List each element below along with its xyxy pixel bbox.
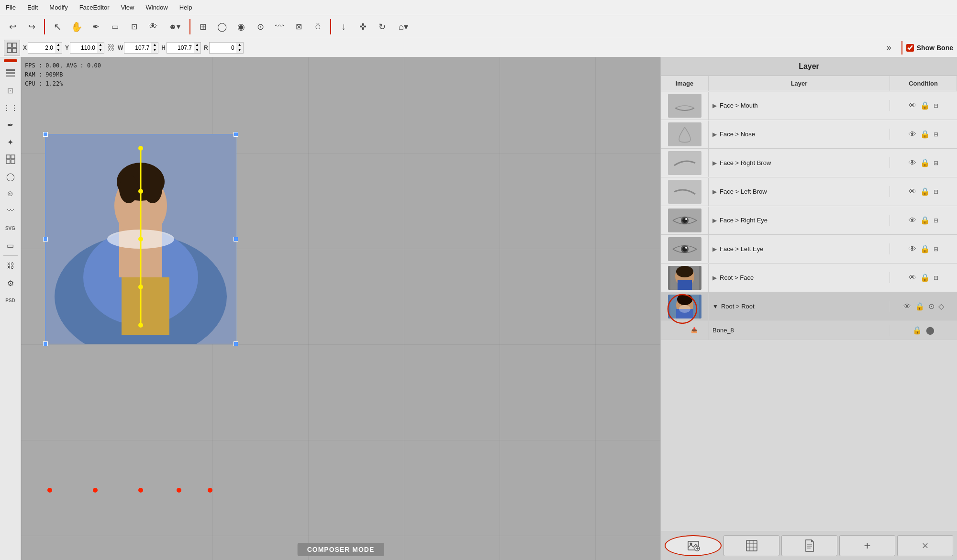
show-bone-label[interactable]: Show Bone — [906, 44, 953, 52]
lock-icon-root-root[interactable]: 🔒 — [915, 302, 924, 311]
eye-icon-root-face[interactable]: 👁 — [909, 274, 916, 282]
grid-icon-left-brow[interactable]: ⊟ — [934, 188, 938, 195]
expand-right-brow[interactable]: ▶ — [712, 160, 717, 166]
eye-icon-right-brow[interactable]: 👁 — [909, 159, 916, 167]
circle-solid-icon-bone[interactable]: ⬤ — [926, 326, 935, 335]
menu-help[interactable]: Help — [178, 3, 194, 12]
select-tool-button[interactable]: ↖ — [49, 18, 66, 35]
expand-left-brow[interactable]: ▶ — [712, 188, 717, 195]
grid-icon-left-eye[interactable]: ⊟ — [934, 246, 938, 253]
pin-button[interactable]: ↓ — [335, 18, 352, 35]
document-button[interactable] — [781, 535, 837, 556]
r-spin-down[interactable]: ▼ — [236, 48, 243, 53]
sidebar-skeleton-button[interactable]: ⛓ — [2, 258, 19, 274]
grid-icon-nose[interactable]: ⊟ — [934, 131, 938, 138]
eraser-tool-button[interactable]: ▭ — [106, 18, 123, 35]
transform-tool-button[interactable]: ⊡ — [125, 18, 143, 35]
sidebar-svg-button[interactable]: SVG — [2, 220, 19, 236]
eye-tool-button[interactable]: 👁 — [145, 18, 162, 35]
home-button[interactable]: ⌂▾ — [392, 18, 414, 35]
x-spin-down[interactable]: ▼ — [55, 48, 62, 53]
grid-button[interactable]: ⊞ — [194, 18, 211, 35]
w-spin-up[interactable]: ▲ — [151, 43, 158, 48]
redo-button[interactable]: ↪ — [23, 18, 40, 35]
grid-icon-mouth[interactable]: ⊟ — [934, 102, 938, 109]
add-layer-button[interactable]: + — [839, 535, 895, 556]
sidebar-dots-button[interactable]: ⋮⋮ — [2, 99, 19, 116]
r-spin-up[interactable]: ▲ — [236, 43, 243, 48]
sidebar-compose-button[interactable]: ⊡ — [2, 82, 19, 99]
move2-button[interactable]: ✜ — [354, 18, 371, 35]
rotate-button[interactable]: ↻ — [373, 18, 390, 35]
eye-icon-root-root[interactable]: 👁 — [903, 302, 911, 311]
lock-icon-root-face[interactable]: 🔒 — [920, 273, 930, 282]
w-input[interactable] — [124, 43, 151, 53]
sidebar-layers-button[interactable] — [2, 65, 19, 81]
y-spin-down[interactable]: ▼ — [97, 48, 104, 53]
sidebar-rect-button[interactable]: ▭ — [2, 237, 19, 253]
y-spin-up[interactable]: ▲ — [97, 43, 104, 48]
x-input[interactable] — [28, 43, 55, 53]
table-button[interactable] — [723, 535, 779, 556]
lock-icon-left-eye[interactable]: 🔒 — [920, 244, 930, 253]
eye-icon-left-brow[interactable]: 👁 — [909, 187, 916, 196]
sidebar-rig-button[interactable]: ⚙ — [2, 275, 19, 291]
mesh-button[interactable]: ⊠ — [290, 18, 307, 35]
sidebar-wave-button[interactable]: 〰 — [2, 203, 19, 219]
y-input[interactable] — [70, 43, 97, 53]
pen-tool-button[interactable]: ✒ — [87, 18, 104, 35]
grid-icon-root-face[interactable]: ⊟ — [934, 275, 938, 281]
sidebar-pen-button[interactable]: ✒ — [2, 117, 19, 133]
eye2-button[interactable]: ⊙ — [252, 18, 269, 35]
h-input[interactable] — [167, 43, 194, 53]
eye-icon-right-eye[interactable]: 👁 — [909, 216, 916, 225]
w-spin-down[interactable]: ▼ — [151, 48, 158, 53]
circle-icon-root-root[interactable]: ⊙ — [928, 302, 935, 311]
eye-icon-mouth[interactable]: 👁 — [909, 101, 916, 110]
eye-icon-nose[interactable]: 👁 — [909, 130, 916, 139]
sidebar-person-button[interactable]: ☺ — [2, 186, 19, 202]
eye-icon-left-eye[interactable]: 👁 — [909, 245, 916, 253]
expand-left-eye[interactable]: ▶ — [712, 246, 717, 253]
lock-icon-right-eye[interactable]: 🔒 — [920, 216, 930, 225]
menu-modify[interactable]: Modify — [47, 3, 69, 12]
lock-icon-right-brow[interactable]: 🔒 — [920, 158, 930, 167]
x-spin-up[interactable]: ▲ — [55, 43, 62, 48]
expand-mouth[interactable]: ▶ — [712, 102, 717, 109]
more-options-button[interactable]: » — [880, 39, 898, 56]
menu-file[interactable]: File — [4, 3, 18, 12]
expand-root-face[interactable]: ▶ — [712, 275, 717, 281]
lock-icon-nose[interactable]: 🔒 — [920, 130, 930, 139]
canvas-area[interactable]: FPS : 0.00, AVG : 0.00 RAM : 909MB CPU :… — [21, 57, 660, 560]
menu-edit[interactable]: Edit — [25, 3, 40, 12]
lock-icon-mouth[interactable]: 🔒 — [920, 101, 930, 110]
head-button[interactable]: ◯ — [213, 18, 231, 35]
expand-right-eye[interactable]: ▶ — [712, 217, 717, 224]
h-spin-up[interactable]: ▲ — [194, 43, 200, 48]
face3-button[interactable]: ⍥ — [309, 18, 326, 35]
diamond-icon-root-root[interactable]: ◇ — [938, 302, 944, 311]
face-point-button[interactable]: ☻▾ — [164, 18, 186, 35]
delete-layer-button[interactable]: × — [897, 535, 953, 556]
sidebar-psd-button[interactable]: PSD — [2, 292, 19, 308]
undo-button[interactable]: ↩ — [4, 18, 21, 35]
grid-icon-right-brow[interactable]: ⊟ — [934, 160, 938, 166]
grid-view-button[interactable] — [4, 40, 20, 56]
menu-faceeditor[interactable]: FaceEditor — [78, 3, 111, 12]
grid-icon-right-eye[interactable]: ⊟ — [934, 217, 938, 224]
head2-button[interactable]: ◉ — [233, 18, 250, 35]
add-image-button[interactable] — [665, 535, 722, 556]
menu-window[interactable]: Window — [144, 3, 169, 12]
expand-nose[interactable]: ▶ — [712, 131, 717, 138]
menu-view[interactable]: View — [119, 3, 136, 12]
sidebar-circle-button[interactable]: ◯ — [2, 168, 19, 185]
lock-icon-bone[interactable]: 🔒 — [912, 326, 922, 335]
show-bone-checkbox[interactable] — [906, 44, 914, 52]
lock-icon-left-brow[interactable]: 🔒 — [920, 187, 930, 196]
lips-button[interactable]: 〰 — [271, 18, 288, 35]
sidebar-grid2-button[interactable] — [2, 151, 19, 167]
r-input[interactable] — [210, 43, 236, 53]
expand-root-root[interactable]: ▼ — [712, 303, 718, 310]
sidebar-star-button[interactable]: ✦ — [2, 134, 19, 150]
h-spin-down[interactable]: ▼ — [194, 48, 200, 53]
